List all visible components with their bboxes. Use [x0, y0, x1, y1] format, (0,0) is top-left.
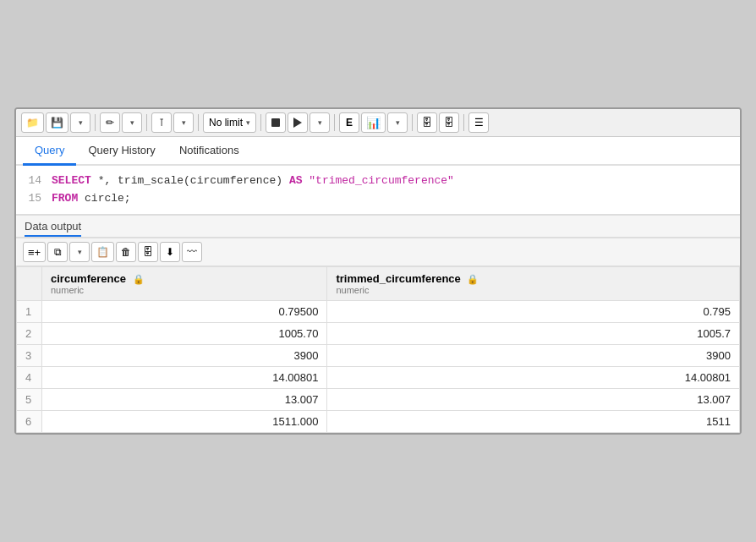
query-tab[interactable]: Query — [23, 137, 76, 166]
trimmed-circumference-cell: 0.795 — [327, 301, 740, 323]
table-row: 4 14.00801 14.00801 — [17, 367, 740, 389]
trimmed-circumference-cell: 1005.7 — [327, 323, 740, 345]
scratch-icon: 🗄 — [422, 117, 432, 129]
main-window: 📁 💾 ▾ ✏ ▾ ⊺ ▾ No limit ▾ — [14, 107, 742, 435]
save-data-button[interactable]: 🗄 — [138, 242, 158, 262]
trimmed-circumference-cell: 3900 — [327, 345, 740, 367]
trimmed-circumference-cell: 13.007 — [327, 389, 740, 411]
folder-icon: 📁 — [26, 117, 39, 129]
toolbar-divider-3 — [198, 114, 199, 131]
explain-icon: E — [346, 117, 353, 129]
run-dropdown-button[interactable]: ▾ — [310, 112, 330, 133]
lock-icon-1: 🔒 — [133, 274, 145, 284]
circumference-cell: 14.00801 — [42, 367, 327, 389]
scratch-pad-button[interactable]: 🗄 — [417, 112, 437, 133]
lock-icon-2: 🔒 — [467, 274, 479, 284]
download-icon: ⬇ — [166, 246, 174, 258]
table-row: 1 0.79500 0.795 — [17, 301, 740, 323]
row-number: 5 — [17, 389, 42, 411]
as-keyword: AS — [289, 174, 303, 187]
filter-dropdown-button[interactable]: ▾ — [173, 112, 194, 133]
table-row: 6 1511.000 1511 — [17, 411, 740, 433]
toolbar-divider-1 — [95, 114, 96, 131]
edit-button[interactable]: ✏ — [100, 112, 120, 133]
trimmed-circumference-header: trimmed_circumference 🔒 numeric — [327, 267, 740, 301]
table-row: 5 13.007 13.007 — [17, 389, 740, 411]
chart-dropdown-button[interactable]: ▾ — [387, 112, 408, 133]
run-button[interactable] — [288, 112, 308, 133]
sql-line-14: 14 SELECT *, trim_scale(circumference) A… — [26, 172, 730, 190]
sql-editor[interactable]: 14 SELECT *, trim_scale(circumference) A… — [16, 166, 740, 216]
db-icon: 🗄 — [444, 117, 454, 129]
circumference-cell: 3900 — [42, 345, 327, 367]
add-row-button[interactable]: ≡+ — [23, 242, 46, 262]
save-button[interactable]: 💾 — [46, 112, 68, 133]
chevron-down-icon-3: ▾ — [182, 118, 186, 127]
row-number: 2 — [17, 323, 42, 345]
chevron-down-icon-6: ▾ — [396, 118, 400, 127]
data-output-header: Data output — [16, 215, 740, 238]
line-number-15: 15 — [26, 190, 41, 208]
notifications-tab[interactable]: Notifications — [167, 137, 251, 166]
data-table-wrap: circumference 🔒 numeric trimmed_circumfe… — [16, 266, 740, 433]
sql-text-14a: *, trim_scale(circumference) — [98, 174, 289, 187]
folder-open-button[interactable]: 📁 — [21, 112, 44, 133]
save-data-icon: 🗄 — [143, 246, 153, 258]
copy-button[interactable]: ⧉ — [47, 242, 68, 262]
copy-icon: ⧉ — [54, 246, 62, 258]
add-row-icon: ≡+ — [28, 246, 41, 259]
explain-button[interactable]: E — [339, 112, 359, 133]
sql-alias-string: "trimed_circumference" — [309, 174, 454, 187]
chevron-down-icon: ▾ — [79, 118, 83, 127]
circumference-cell: 1511.000 — [42, 411, 327, 433]
filter-icon: ⊺ — [159, 117, 164, 129]
row-number: 4 — [17, 367, 42, 389]
download-button[interactable]: ⬇ — [160, 242, 180, 262]
edit-dropdown-button[interactable]: ▾ — [122, 112, 142, 133]
sql-code-15: FROM circle; — [52, 190, 131, 208]
table-row: 2 1005.70 1005.7 — [17, 323, 740, 345]
row-number: 3 — [17, 345, 42, 367]
select-keyword: SELECT — [52, 174, 91, 187]
chevron-down-icon-5: ▾ — [318, 118, 322, 127]
filter-button[interactable]: ⊺ — [151, 112, 172, 133]
circumference-cell: 0.79500 — [42, 301, 327, 323]
editor-tabs: Query Query History Notifications — [16, 137, 740, 166]
play-icon — [293, 118, 302, 128]
circumference-cell: 1005.70 — [42, 323, 327, 345]
circumference-cell: 13.007 — [42, 389, 327, 411]
graph-button[interactable]: 〰 — [182, 242, 202, 262]
paste-button[interactable]: 📋 — [91, 242, 114, 262]
no-limit-dropdown[interactable]: No limit ▾ — [203, 112, 256, 133]
main-toolbar: 📁 💾 ▾ ✏ ▾ ⊺ ▾ No limit ▾ — [16, 109, 740, 137]
chevron-down-icon-4: ▾ — [246, 118, 250, 127]
toolbar-divider-2 — [146, 114, 147, 131]
trimmed-circumference-cell: 1511 — [327, 411, 740, 433]
chevron-down-icon-7: ▾ — [78, 248, 82, 256]
line-number-14: 14 — [26, 172, 41, 190]
save-dropdown-button[interactable]: ▾ — [70, 112, 90, 133]
hamburger-icon: ☰ — [474, 117, 484, 129]
result-table: circumference 🔒 numeric trimmed_circumfe… — [16, 266, 740, 433]
row-number: 1 — [17, 301, 42, 323]
menu-button[interactable]: ☰ — [468, 112, 489, 133]
query-history-tab[interactable]: Query History — [76, 137, 167, 166]
row-num-header — [17, 267, 42, 301]
stop-button[interactable] — [266, 112, 286, 133]
copy-dropdown-button[interactable]: ▾ — [69, 242, 90, 262]
chart-button[interactable]: 📊 — [361, 112, 386, 133]
delete-icon: 🗑 — [121, 246, 131, 258]
save-icon: 💾 — [51, 117, 63, 129]
delete-button[interactable]: 🗑 — [116, 242, 136, 262]
stop-icon — [271, 118, 280, 127]
chart-icon: 📊 — [366, 116, 381, 129]
db-button[interactable]: 🗄 — [439, 112, 459, 133]
sql-text-15a: circle; — [85, 192, 131, 205]
toolbar-divider-5 — [334, 114, 335, 131]
from-keyword: FROM — [52, 192, 78, 205]
paste-icon: 📋 — [96, 246, 109, 258]
sql-code-14: SELECT *, trim_scale(circumference) AS "… — [52, 172, 454, 190]
pencil-icon: ✏ — [106, 117, 114, 129]
trimmed-circumference-cell: 14.00801 — [327, 367, 740, 389]
toolbar-divider-6 — [412, 114, 413, 131]
